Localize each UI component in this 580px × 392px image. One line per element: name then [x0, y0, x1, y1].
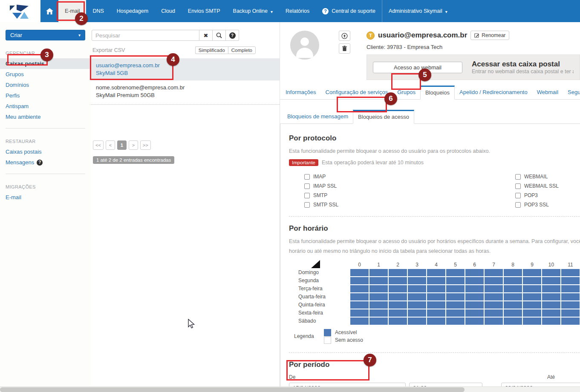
- nav-item-administrativo-skymail[interactable]: Administrativo Skymail▾: [382, 0, 454, 22]
- tab-configuracao-de-servicos[interactable]: Configuração de serviços: [321, 86, 393, 99]
- schedule-cell-sabado-9[interactable]: [523, 318, 541, 325]
- schedule-cell-quarta-feira-6[interactable]: [465, 293, 484, 300]
- schedule-cell-domingo-7[interactable]: [485, 269, 503, 276]
- schedule-cell-quarta-feira-1[interactable]: [369, 293, 388, 300]
- schedule-cell-segunda-0[interactable]: [350, 277, 369, 284]
- tab-apelido-redirecionamento[interactable]: Apelido / Redirecionamento: [455, 86, 532, 99]
- create-button[interactable]: Criar ▾: [6, 30, 85, 40]
- schedule-cell-sabado-5[interactable]: [446, 318, 465, 325]
- search-help-button[interactable]: ?: [226, 30, 239, 41]
- checkbox-icon[interactable]: [304, 183, 310, 189]
- schedule-cell-quarta-feira-0[interactable]: [350, 293, 369, 300]
- schedule-cell-sexta-feira-9[interactable]: [523, 309, 541, 317]
- schedule-cell-quinta-feira-8[interactable]: [504, 301, 522, 309]
- select-all-triangle[interactable]: [311, 260, 320, 268]
- schedule-cell-quarta-feira-3[interactable]: [408, 293, 426, 300]
- pagination-button-[interactable]: >>: [140, 140, 151, 150]
- schedule-cell-quinta-feira-10[interactable]: [542, 301, 560, 309]
- hour-label-11[interactable]: 11: [561, 262, 580, 269]
- sidebar-item-migracoes-e-mail[interactable]: E-mail: [0, 192, 91, 203]
- schedule-cell-quarta-feira-8[interactable]: [504, 293, 522, 300]
- hour-label-2[interactable]: 2: [389, 262, 407, 269]
- hour-label-4[interactable]: 4: [427, 262, 445, 269]
- schedule-cell-terca-feira-9[interactable]: [523, 285, 541, 292]
- schedule-cell-sexta-feira-3[interactable]: [408, 309, 426, 317]
- schedule-cell-terca-feira-8[interactable]: [504, 285, 522, 292]
- mailbox-list-item[interactable]: usuario@empresa.com.brSkyMail 5GB: [91, 58, 280, 80]
- checkbox-icon[interactable]: [304, 193, 310, 198]
- pagination-button-1[interactable]: 1: [117, 140, 127, 150]
- schedule-cell-terca-feira-0[interactable]: [350, 285, 369, 292]
- hour-label-5[interactable]: 5: [446, 262, 465, 269]
- subtab-bloqueios-de-acesso[interactable]: Bloqueios de acesso: [353, 110, 414, 124]
- schedule-cell-domingo-8[interactable]: [504, 269, 522, 276]
- protocol-checkbox-smtp-ssl[interactable]: SMTP SSL: [304, 202, 515, 208]
- schedule-cell-domingo-10[interactable]: [542, 269, 560, 276]
- nav-item-hospedagem[interactable]: Hospedagem: [110, 0, 155, 22]
- schedule-cell-terca-feira-10[interactable]: [542, 285, 560, 292]
- hour-label-6[interactable]: 6: [465, 262, 484, 269]
- day-label-domingo[interactable]: Domingo: [289, 269, 349, 276]
- tab-grupos[interactable]: Grupos: [392, 86, 420, 99]
- schedule-cell-quinta-feira-1[interactable]: [369, 301, 388, 309]
- schedule-cell-terca-feira-2[interactable]: [389, 285, 407, 292]
- pagination-button-[interactable]: <<: [93, 140, 104, 150]
- schedule-cell-sabado-10[interactable]: [542, 318, 560, 325]
- schedule-cell-terca-feira-11[interactable]: [561, 285, 580, 292]
- schedule-cell-segunda-6[interactable]: [465, 277, 484, 284]
- schedule-cell-domingo-4[interactable]: [427, 269, 445, 276]
- schedule-cell-segunda-3[interactable]: [408, 277, 426, 284]
- pagination-button-[interactable]: >: [129, 140, 138, 150]
- schedule-cell-quarta-feira-2[interactable]: [389, 293, 407, 300]
- schedule-cell-quinta-feira-9[interactable]: [523, 301, 541, 309]
- schedule-cell-sexta-feira-4[interactable]: [427, 309, 445, 317]
- sidebar-item-gerenciar-grupos[interactable]: Grupos: [0, 69, 91, 80]
- day-label-segunda[interactable]: Segunda: [289, 277, 349, 284]
- tab-informacoes[interactable]: Informações: [281, 86, 321, 99]
- nav-item-e-mail[interactable]: E-mail: [58, 0, 86, 22]
- schedule-cell-quarta-feira-10[interactable]: [542, 293, 560, 300]
- nav-item-envios-smtp[interactable]: Envios SMTP: [182, 0, 227, 22]
- schedule-cell-sabado-0[interactable]: [350, 318, 369, 325]
- protocol-checkbox-imap-ssl[interactable]: IMAP SSL: [304, 183, 515, 189]
- protocol-checkbox-webmail-ssl[interactable]: WEBMAIL SSL: [515, 183, 559, 189]
- nav-item-dns[interactable]: DNS: [86, 0, 110, 22]
- from-date-input[interactable]: [289, 383, 406, 387]
- schedule-cell-quinta-feira-6[interactable]: [465, 301, 484, 309]
- tab-bloqueios[interactable]: Bloqueios: [420, 86, 455, 100]
- schedule-cell-quinta-feira-3[interactable]: [408, 301, 426, 309]
- schedule-cell-terca-feira-4[interactable]: [427, 285, 445, 292]
- day-label-quinta-feira[interactable]: Quinta-feira: [289, 301, 349, 309]
- sidebar-item-gerenciar-caixas-postais[interactable]: Caixas postais: [0, 58, 91, 69]
- sidebar-item-gerenciar-antispam[interactable]: Antispam: [0, 101, 91, 112]
- sidebar-item-restaurar-mensagens[interactable]: Mensagens?: [0, 157, 91, 168]
- schedule-cell-sabado-11[interactable]: [561, 318, 580, 325]
- webmail-access-button[interactable]: Acesso ao webmail: [373, 62, 462, 73]
- schedule-cell-sexta-feira-6[interactable]: [465, 309, 484, 317]
- schedule-cell-segunda-1[interactable]: [369, 277, 388, 284]
- schedule-cell-sabado-3[interactable]: [408, 318, 426, 325]
- horizontal-scrollbar[interactable]: [0, 386, 580, 392]
- schedule-cell-sabado-2[interactable]: [389, 318, 407, 325]
- subtab-bloqueios-de-mensagem[interactable]: Bloqueios de mensagem: [283, 110, 353, 123]
- sidebar-item-gerenciar-meu-ambiente[interactable]: Meu ambiente: [0, 112, 91, 122]
- schedule-cell-quinta-feira-5[interactable]: [446, 301, 465, 309]
- checkbox-icon[interactable]: [515, 183, 521, 189]
- hour-label-8[interactable]: 8: [504, 262, 522, 269]
- schedule-cell-terca-feira-5[interactable]: [446, 285, 465, 292]
- mailbox-list-item[interactable]: nome.sobrenome@empresa.com.brSkyMail Pre…: [91, 80, 280, 105]
- protocol-checkbox-webmail[interactable]: WEBMAIL: [515, 174, 559, 180]
- schedule-cell-domingo-5[interactable]: [446, 269, 465, 276]
- schedule-cell-quarta-feira-9[interactable]: [523, 293, 541, 300]
- schedule-cell-quinta-feira-2[interactable]: [389, 301, 407, 309]
- schedule-cell-domingo-6[interactable]: [465, 269, 484, 276]
- schedule-cell-sexta-feira-7[interactable]: [485, 309, 503, 317]
- schedule-cell-segunda-7[interactable]: [485, 277, 503, 284]
- schedule-cell-sabado-1[interactable]: [369, 318, 388, 325]
- schedule-cell-segunda-2[interactable]: [389, 277, 407, 284]
- schedule-cell-quarta-feira-5[interactable]: [446, 293, 465, 300]
- schedule-cell-domingo-0[interactable]: [350, 269, 369, 276]
- search-button[interactable]: [213, 30, 226, 41]
- schedule-cell-quarta-feira-7[interactable]: [485, 293, 503, 300]
- day-label-terca-feira[interactable]: Terça-feira: [289, 285, 349, 292]
